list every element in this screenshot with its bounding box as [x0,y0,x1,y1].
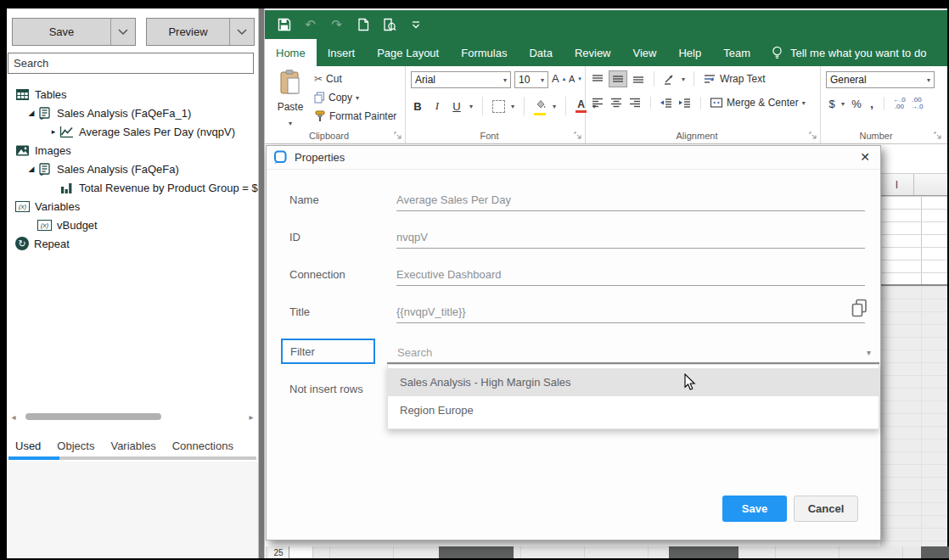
bottom-align-icon[interactable] [632,73,645,85]
decrease-decimal-button[interactable]: .00 →.0 [911,97,924,110]
connection-field-value[interactable]: Executive Dashboard [396,265,865,286]
tab-variables[interactable]: Variables [110,440,155,452]
ribbon-tab-insert[interactable]: Insert [317,39,367,66]
fill-color-dropdown-icon[interactable]: ▾ [553,103,556,110]
formula-bar[interactable] [880,146,947,174]
shrink-font-button[interactable]: A▾ [569,74,581,84]
italic-button[interactable]: I [430,99,444,113]
tree-item-images[interactable]: Images [7,141,258,160]
sidebar-horizontal-scrollbar[interactable]: ◂ ▸ [7,412,258,422]
panel-resize-divider[interactable] [258,8,265,558]
tree-collapsed-icon[interactable]: ▸ [48,127,59,136]
sheet-bottom-row[interactable]: 25 [266,546,949,558]
tree-item-sales-analysis-1[interactable]: ◢ Sales Analysis (FaQeFa_1) [7,104,258,122]
merge-center-button[interactable]: Merge & Center ▾ [710,97,806,109]
orientation-dropdown-icon[interactable]: ▾ [682,76,685,83]
redo-icon[interactable]: ↷ [329,18,344,32]
id-field-value[interactable]: nvqpV [396,227,865,249]
dark-filled-cell[interactable] [669,546,738,558]
percent-style-button[interactable]: % [850,98,863,110]
ribbon-tab-page-layout[interactable]: Page Layout [366,39,450,66]
orientation-icon[interactable] [663,73,677,85]
cut-button[interactable]: ✂ Cut [314,73,342,85]
number-format-combobox[interactable]: General ▾ [826,71,935,88]
tell-me-box[interactable]: Tell me what you want to do [772,46,926,60]
ribbon-tab-view[interactable]: View [622,39,668,66]
align-center-icon[interactable] [609,97,623,109]
column-header-i[interactable]: I [880,174,914,195]
row-header-25[interactable]: 25 [268,546,289,558]
tree-item-total-revenue[interactable]: Total Revenue by Product Group = $6 [7,178,258,197]
font-size-combobox[interactable]: 10 ▾ [514,71,548,88]
middle-align-button-selected[interactable] [609,71,626,87]
sheet-cell[interactable] [289,546,313,558]
decrease-indent-icon[interactable] [660,97,673,109]
ribbon-tab-review[interactable]: Review [564,39,622,66]
customize-qat-icon[interactable] [408,18,423,32]
save-dropdown-arrow[interactable] [110,19,135,45]
clipboard-dialog-launcher[interactable] [394,132,402,140]
tab-connections[interactable]: Connections [172,440,233,452]
dark-filled-cell[interactable] [439,546,514,558]
preview-button[interactable]: Preview [146,18,255,46]
wrap-text-button[interactable]: Wrap Text [703,73,766,85]
title-field-value[interactable]: {{nvqpV_title}} [396,302,865,323]
paste-button[interactable]: Paste ▾ [272,70,309,129]
bold-button[interactable]: B [411,100,424,113]
ribbon-tab-help[interactable]: Help [667,39,712,66]
number-dialog-launcher[interactable] [934,132,942,140]
filter-combobox[interactable]: Search ▾ [387,342,879,364]
increase-indent-icon[interactable] [678,97,692,109]
filter-option-high-margin[interactable]: Sales Analysis - High Margin Sales [388,368,879,396]
sidebar-search-input[interactable] [8,53,254,74]
accounting-dropdown-icon[interactable]: ▾ [841,100,845,108]
copy-title-icon[interactable] [851,299,868,318]
tree-item-variables[interactable]: (x) Variables [7,197,258,216]
sheet-cells-shaded[interactable] [880,286,947,546]
comma-style-button[interactable]: , [868,98,875,110]
grow-font-button[interactable]: A▴ [552,72,565,85]
dark-filled-cell[interactable] [921,546,949,558]
copy-button[interactable]: Copy ▾ [314,92,359,104]
dialog-header[interactable]: Properties ✕ [267,146,880,170]
filter-option-region-europe[interactable]: Region Europe [388,396,879,424]
sheet-cells[interactable] [880,196,947,286]
column-header-next[interactable] [914,174,947,195]
borders-dropdown-icon[interactable]: ▾ [511,103,514,110]
tree-item-sales-analysis[interactable]: ◢ Sales Analysis (FaQeFa) [7,160,258,178]
tree-item-vbudget[interactable]: (x) vBudget [7,216,258,234]
underline-dropdown-icon[interactable]: ▾ [469,103,473,110]
alignment-dialog-launcher[interactable] [809,132,817,140]
fill-color-button[interactable] [534,97,547,115]
font-dialog-launcher[interactable] [574,132,582,140]
save-button[interactable]: Save [12,18,136,46]
ribbon-tab-team[interactable]: Team [712,39,761,66]
align-right-icon[interactable] [628,97,642,109]
underline-button[interactable]: U [450,100,463,113]
tree-item-average-sales[interactable]: ▸ Average Sales Per Day (nvqpV) [7,122,258,141]
format-painter-button[interactable]: Format Painter [314,110,396,122]
tab-objects[interactable]: Objects [57,440,94,452]
name-field-value[interactable]: Average Sales Per Day [396,190,865,211]
top-align-icon[interactable] [591,73,604,85]
scroll-left-icon[interactable]: ◂ [7,412,20,422]
tab-used[interactable]: Used [15,440,41,452]
scrollbar-thumb[interactable] [25,413,161,420]
preview-dropdown-arrow[interactable] [229,19,254,45]
tree-item-repeat[interactable]: ↻ Repeat [7,234,258,253]
ribbon-tab-data[interactable]: Data [518,39,563,66]
dialog-save-button[interactable]: Save [722,496,787,522]
print-preview-icon[interactable] [382,18,396,32]
tree-expanded-icon[interactable]: ◢ [25,165,37,173]
ribbon-tab-formulas[interactable]: Formulas [450,39,518,66]
new-document-icon[interactable] [356,18,370,32]
undo-icon[interactable]: ↶ [303,18,317,32]
tree-expanded-icon[interactable]: ◢ [25,109,37,117]
align-left-icon[interactable] [591,97,604,109]
font-name-combobox[interactable]: Arial ▾ [411,71,511,88]
accounting-format-button[interactable]: $ [828,98,836,110]
increase-decimal-button[interactable]: ←.0 .00 [893,97,906,110]
dialog-cancel-button[interactable]: Cancel [794,496,858,522]
ribbon-tab-home[interactable]: Home [265,39,317,66]
borders-button[interactable] [492,100,505,113]
